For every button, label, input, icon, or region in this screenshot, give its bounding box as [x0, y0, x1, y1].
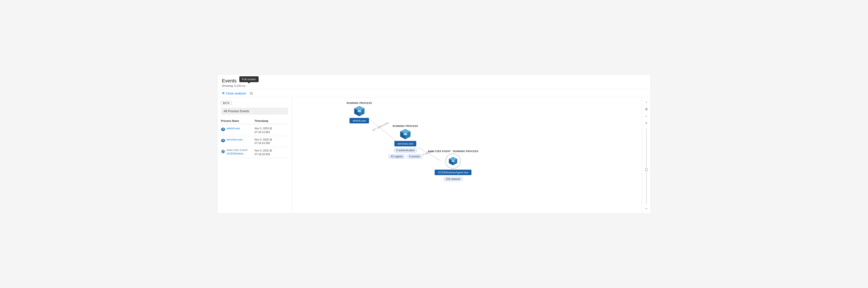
cube-icon	[221, 138, 225, 143]
node-name: services.exe	[394, 141, 416, 146]
beta-badge: BETA	[221, 101, 232, 105]
node-name: wininit.exe	[349, 118, 369, 123]
node-cube-icon	[353, 105, 365, 117]
cube-icon	[221, 127, 225, 132]
process-name: services.exe	[227, 138, 242, 141]
col-header-timestamp: Timestamp	[255, 119, 288, 122]
settings-button[interactable]	[643, 106, 649, 112]
svg-rect-24	[358, 110, 361, 112]
header: Events Showing: 8,150 ev... Full screen	[217, 75, 651, 89]
process-name-cell: ANALYZED EVENT GCEWindow...	[221, 149, 255, 155]
node-badges-row2: 43 registry 9 session	[388, 154, 423, 159]
process-timestamp: Nov 5, 2020 @07:18:18.559	[255, 149, 288, 156]
close-analyzer-label: Close analyzer	[226, 92, 246, 95]
col-header-name: Process Name	[221, 119, 255, 122]
analyzed-circle	[445, 153, 461, 169]
node-type-label: RUNNING PROCESS	[347, 102, 372, 104]
svg-rect-9	[222, 140, 224, 141]
toolbar: ✕ Close analyzer ⊡	[217, 89, 651, 97]
process-name: wininit.exe	[227, 127, 240, 130]
svg-rect-29	[404, 133, 407, 135]
content-area: BETA All Process Events Process Name Tim…	[217, 97, 651, 213]
fullscreen-tooltip: Full screen	[239, 76, 258, 82]
node-services[interactable]: RUNNING PROCESS services.exe 9 authentic…	[388, 125, 423, 159]
svg-rect-15	[222, 151, 224, 152]
node-type-label: RUNNING PROCESS	[393, 125, 418, 127]
badge-registry[interactable]: 43 registry	[388, 154, 405, 159]
process-timestamp: Nov 5, 2020 @07:18:14.590	[255, 138, 288, 145]
badge-network[interactable]: 316 network	[443, 177, 462, 181]
node-cube-analyzed-icon	[448, 156, 458, 166]
process-name-cell: wininit.exe	[221, 127, 255, 132]
table-row[interactable]: ANALYZED EVENT GCEWindow... Nov 5, 2020 …	[221, 147, 288, 158]
svg-text:827 milliseconds: 827 milliseconds	[372, 121, 389, 132]
zoom-track	[646, 128, 647, 204]
close-icon: ✕	[222, 91, 225, 95]
table-header: Process Name Timestamp	[221, 118, 288, 124]
page-title: Events	[222, 78, 646, 84]
table-row[interactable]: services.exe Nov 5, 2020 @07:18:14.590	[221, 136, 288, 147]
node-type-label: ANALYZED EVENT · RUNNING PROCESS	[428, 150, 478, 152]
close-analyzer-button[interactable]: ✕ Close analyzer	[222, 91, 246, 95]
node-badges: 9 authentication	[394, 148, 417, 152]
svg-rect-4	[222, 129, 224, 130]
node-name: GCEWindowsAgent.exe	[435, 170, 471, 175]
svg-rect-34	[452, 161, 454, 162]
process-timestamp: Nov 5, 2020 @07:18:13.963	[255, 127, 288, 134]
badge-session[interactable]: 9 session	[407, 154, 423, 159]
all-process-events-filter[interactable]: All Process Events	[221, 108, 288, 115]
process-name-cell: services.exe	[221, 138, 255, 143]
node-gce[interactable]: ANALYZED EVENT · RUNNING PROCESS GCEWind…	[428, 150, 478, 181]
process-table: Process Name Timestamp wininit.exe	[221, 118, 288, 158]
node-cube-icon	[399, 128, 411, 140]
node-wininit[interactable]: RUNNING PROCESS wininit.exe	[347, 102, 372, 123]
main-container: Events Showing: 8,150 ev... Full screen …	[217, 74, 651, 214]
badge-authentication[interactable]: 9 authentication	[394, 148, 417, 152]
right-controls: ‹ › + −	[642, 97, 651, 213]
zoom-in-button[interactable]: +	[643, 120, 649, 126]
diagram-area: 827 milliseconds 4 seconds RUNNING PROCE…	[292, 97, 642, 213]
zoom-thumb[interactable]	[645, 168, 648, 171]
table-row[interactable]: wininit.exe Nov 5, 2020 @07:18:13.963	[221, 125, 288, 136]
settings-icon	[645, 107, 648, 111]
cube-analyzed-icon	[221, 149, 225, 154]
chevron-up-button[interactable]: ‹	[643, 99, 649, 105]
sidebar: BETA All Process Events Process Name Tim…	[217, 97, 292, 213]
process-name: GCEWindow...	[227, 152, 245, 155]
chevron-down-button[interactable]: ›	[643, 113, 649, 119]
analyzed-event-label: ANALYZED EVENT	[227, 149, 248, 151]
events-count: Showing: 8,150 ev...	[222, 84, 646, 87]
export-icon[interactable]: ⊡	[250, 91, 253, 95]
zoom-out-button[interactable]: −	[643, 206, 649, 212]
node-badges-gce: 316 network	[443, 177, 462, 181]
svg-point-35	[646, 109, 647, 110]
